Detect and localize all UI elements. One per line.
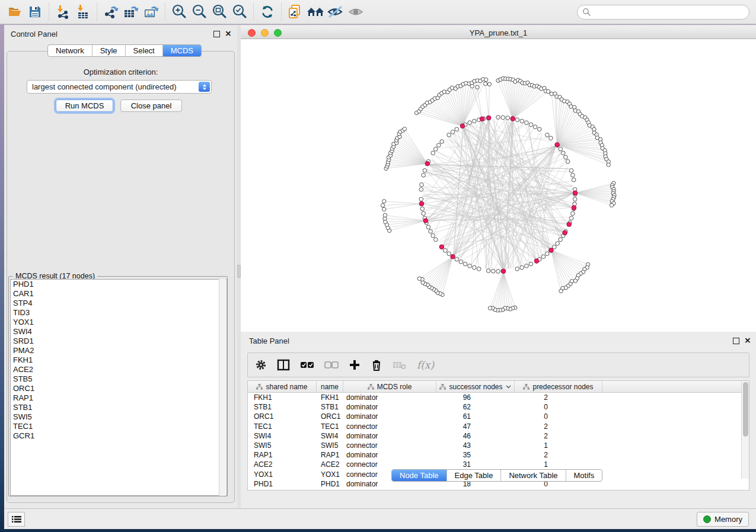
mcds-result-item[interactable]: ACE2	[11, 365, 227, 374]
mcds-result-item[interactable]: PHD1	[11, 280, 227, 289]
mcds-result-item[interactable]: STB1	[11, 403, 227, 412]
network-node[interactable]	[473, 265, 477, 270]
network-node[interactable]	[420, 182, 424, 187]
import-table-icon[interactable]	[73, 2, 93, 22]
mcds-result-item[interactable]: PMA2	[11, 346, 227, 355]
export-image-icon[interactable]	[141, 2, 161, 22]
tab-motifs[interactable]: Motifs	[566, 470, 602, 481]
network-node[interactable]	[549, 136, 553, 140]
split-view-icon[interactable]	[277, 359, 290, 371]
first-neighbors-icon[interactable]	[305, 2, 326, 22]
network-node[interactable]	[564, 155, 568, 159]
network-hub-node[interactable]	[511, 117, 515, 121]
network-node[interactable]	[529, 262, 533, 266]
network-node[interactable]	[422, 211, 426, 216]
network-node[interactable]	[515, 118, 519, 122]
network-node[interactable]	[382, 200, 386, 203]
network-node[interactable]	[455, 258, 459, 262]
task-history-button[interactable]	[8, 512, 25, 527]
close-table-panel-icon[interactable]: ⨯	[744, 336, 751, 345]
tab-style[interactable]: Style	[92, 45, 126, 56]
network-node[interactable]	[572, 178, 576, 182]
network-node[interactable]	[437, 143, 441, 148]
zoom-out-icon[interactable]	[189, 2, 209, 22]
zoom-in-icon[interactable]	[169, 2, 189, 22]
export-network-icon[interactable]	[101, 2, 121, 22]
save-session-icon[interactable]	[25, 2, 45, 22]
result-scrollbar[interactable]	[219, 279, 226, 496]
mcds-result-item[interactable]: RAP1	[11, 393, 227, 403]
memory-button[interactable]: Memory	[697, 512, 749, 527]
network-node[interactable]	[419, 188, 423, 192]
network-node[interactable]	[431, 151, 435, 155]
network-node[interactable]	[468, 264, 472, 268]
import-network-icon[interactable]	[53, 2, 73, 22]
network-node[interactable]	[486, 269, 490, 273]
network-node[interactable]	[515, 267, 519, 271]
show-all-icon[interactable]	[346, 2, 366, 22]
network-node[interactable]	[610, 203, 613, 207]
network-node[interactable]	[447, 252, 451, 256]
mcds-result-item[interactable]: STP4	[11, 299, 227, 308]
tab-mcds[interactable]: MCDS	[163, 45, 201, 56]
mcds-result-item[interactable]: YOX1	[11, 318, 227, 327]
network-node[interactable]	[422, 173, 426, 177]
network-node[interactable]	[473, 119, 477, 123]
column-header-successor-nodes[interactable]: successor nodes	[436, 381, 515, 392]
network-hub-node[interactable]	[460, 124, 465, 129]
network-node[interactable]	[429, 229, 433, 233]
network-node[interactable]	[537, 127, 541, 132]
network-hub-node[interactable]	[573, 191, 578, 196]
network-node[interactable]	[546, 89, 550, 93]
minimize-window-icon[interactable]	[261, 29, 269, 37]
network-node[interactable]	[423, 169, 427, 173]
network-node[interactable]	[383, 213, 387, 217]
network-node[interactable]	[484, 78, 488, 81]
mcds-result-item[interactable]: TID3	[11, 308, 227, 318]
search-input[interactable]	[577, 5, 749, 20]
network-hub-node[interactable]	[451, 254, 455, 259]
network-node[interactable]	[487, 82, 491, 86]
network-node[interactable]	[556, 242, 560, 246]
column-header-predecessor-nodes[interactable]: predecessor nodes	[515, 381, 602, 392]
network-hub-node[interactable]	[563, 230, 567, 235]
float-table-panel-icon[interactable]	[733, 338, 739, 344]
network-node[interactable]	[569, 216, 573, 220]
hide-selected-icon[interactable]	[326, 2, 346, 22]
open-file-icon[interactable]	[5, 2, 25, 22]
network-hub-node[interactable]	[567, 222, 572, 227]
table-row[interactable]: ACE2ACE2connector311	[248, 460, 749, 469]
network-hub-node[interactable]	[419, 201, 424, 206]
network-node[interactable]	[420, 207, 425, 211]
network-hub-node[interactable]	[439, 245, 444, 249]
table-row[interactable]: SWI4SWI4dominator462	[248, 431, 749, 441]
close-window-icon[interactable]	[248, 29, 256, 37]
network-node[interactable]	[525, 121, 529, 125]
network-node[interactable]	[501, 116, 505, 120]
mcds-result-item[interactable]: ORC1	[11, 384, 227, 393]
network-node[interactable]	[525, 264, 529, 268]
table-row[interactable]: ORC1ORC1dominator610	[248, 412, 749, 421]
network-node[interactable]	[506, 116, 510, 120]
network-node[interactable]	[434, 238, 438, 242]
mcds-result-item[interactable]: FKH1	[11, 355, 227, 365]
table-row[interactable]: STB1STB1dominator620	[248, 402, 749, 412]
table-row[interactable]: SWI5SWI5connector431	[248, 441, 749, 450]
network-node[interactable]	[468, 121, 472, 125]
network-node[interactable]	[546, 133, 550, 137]
network-node[interactable]	[573, 279, 577, 283]
network-node[interactable]	[382, 207, 386, 211]
network-node[interactable]	[492, 269, 496, 273]
table-scrollbar[interactable]	[741, 381, 749, 479]
float-panel-icon[interactable]	[213, 31, 220, 37]
mcds-result-item[interactable]: GCR1	[11, 431, 227, 441]
network-window-titlebar[interactable]: YPA_prune.txt_1	[241, 27, 756, 39]
mcds-result-list[interactable]: PHD1CAR1STP4TID3YOX1SWI4SRD1PMA2FKH1ACE2…	[10, 279, 227, 496]
network-node[interactable]	[520, 119, 524, 123]
column-header-shared-name[interactable]: shared name	[248, 381, 317, 392]
network-node[interactable]	[403, 127, 406, 131]
tab-network[interactable]: Network	[48, 45, 92, 56]
network-node[interactable]	[440, 140, 444, 144]
zoom-fit-icon[interactable]	[209, 2, 229, 22]
network-hub-node[interactable]	[549, 248, 554, 253]
